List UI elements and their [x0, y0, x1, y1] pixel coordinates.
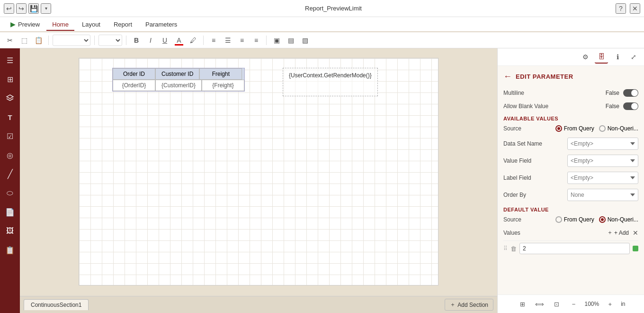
text-widget[interactable]: {UserContext.GetRenderMode()} — [283, 68, 378, 96]
table-header-freight: Freight — [199, 68, 242, 80]
format-button-2[interactable]: ▤ — [285, 34, 297, 46]
order-by-select[interactable]: None — [567, 189, 638, 201]
value-field-select[interactable]: <Empty> — [567, 155, 638, 167]
non-query-radio-default[interactable] — [599, 216, 606, 223]
non-query-radio-available[interactable] — [599, 125, 606, 132]
format-button-3[interactable]: ▧ — [299, 34, 311, 46]
allow-blank-toggle[interactable] — [623, 102, 638, 110]
multiline-label: Multiline — [503, 90, 524, 96]
save-dropdown-button[interactable]: ▾ — [41, 3, 51, 14]
font-color-button[interactable]: A — [173, 34, 185, 46]
data-panel-icon[interactable]: 🗄 — [595, 50, 608, 64]
help-button[interactable]: ? — [616, 3, 626, 14]
menu-item-layout[interactable]: Layout — [76, 19, 106, 31]
plus-icon: ＋ — [450, 301, 456, 309]
sidebar-doc-icon[interactable]: 📄 — [2, 204, 18, 220]
align-right-button[interactable]: ≡ — [236, 34, 248, 46]
multiline-value: False — [606, 90, 619, 96]
menu-item-parameters[interactable]: Parameters — [140, 19, 183, 31]
preview-button[interactable]: ▶ Preview — [6, 19, 45, 29]
from-query-option-available[interactable]: From Query — [555, 125, 594, 132]
section-tab-continuous1[interactable]: ContinuousSection1 — [24, 299, 89, 310]
justify-button[interactable]: ≡ — [250, 34, 262, 46]
dataset-name-select[interactable]: <Empty> — [567, 138, 638, 150]
menu-item-home[interactable]: Home — [46, 19, 74, 31]
preview-label: Preview — [18, 21, 40, 28]
sidebar-check-icon[interactable]: ☑ — [2, 128, 18, 144]
data-table[interactable]: Order ID Customer ID Freight {OrderID} {… — [112, 68, 245, 92]
from-query-radio-default[interactable] — [555, 216, 562, 223]
add-label: + Add — [614, 230, 629, 236]
sidebar-shape-icon[interactable]: ⬭ — [2, 185, 18, 201]
close-values-button[interactable]: ✕ — [633, 229, 638, 237]
label-field-select[interactable]: <Empty> — [567, 172, 638, 184]
non-query-option-default[interactable]: Non-Queri... — [599, 216, 638, 223]
paste-button[interactable]: 📋 — [32, 34, 45, 46]
settings-panel-icon[interactable]: ⚙ — [579, 50, 592, 64]
save-button[interactable]: 💾 — [28, 3, 39, 14]
from-query-option-default[interactable]: From Query — [555, 216, 594, 223]
align-left-button[interactable]: ≡ — [207, 34, 220, 46]
highlight-button[interactable]: 🖊 — [187, 34, 199, 46]
font-family-select[interactable] — [53, 35, 90, 46]
panel-title: EDIT PARAMETER — [516, 73, 573, 80]
align-center-button[interactable]: ☰ — [222, 34, 234, 46]
size-tool-icon[interactable]: ⊡ — [550, 298, 563, 310]
dataset-name-label: Data Set Name — [503, 140, 542, 147]
font-size-select[interactable] — [98, 35, 122, 46]
underline-button[interactable]: U — [159, 34, 171, 46]
zoom-in-button[interactable]: + — [604, 298, 616, 310]
bold-button[interactable]: B — [130, 34, 143, 46]
drag-handle-icon[interactable]: ⠿ — [503, 245, 508, 252]
value-indicator — [633, 246, 638, 251]
value-item-1: ⠿ 🗑 — [503, 240, 638, 256]
canvas-bottom: ContinuousSection1 ＋ Add Section — [20, 296, 497, 313]
format-button-1[interactable]: ▣ — [270, 34, 283, 46]
grid-overlay — [79, 58, 438, 285]
label-field-label: Label Field — [503, 175, 531, 181]
sidebar-target-icon[interactable]: ◎ — [2, 147, 18, 163]
menu-item-report[interactable]: Report — [108, 19, 138, 31]
report-canvas[interactable]: Order ID Customer ID Freight {OrderID} {… — [79, 58, 438, 285]
non-query-option-available[interactable]: Non-Queri... — [599, 125, 638, 132]
redo-button[interactable]: ↪ — [16, 3, 27, 14]
sidebar-text-icon[interactable]: T — [2, 109, 18, 125]
canvas-content[interactable]: Order ID Customer ID Freight {OrderID} {… — [20, 48, 497, 296]
sidebar-menu-icon[interactable]: ☰ — [2, 52, 18, 68]
multiline-toggle[interactable] — [623, 89, 638, 97]
sidebar-org-icon[interactable]: ⊞ — [2, 71, 18, 87]
info-panel-icon[interactable]: ℹ — [611, 50, 624, 64]
title-bar-left: ↩ ↪ 💾 ▾ — [4, 3, 51, 14]
zoom-out-button[interactable]: − — [567, 298, 580, 310]
delete-value-button[interactable]: 🗑 — [510, 245, 517, 252]
default-source-row: Source From Query Non-Queri... — [503, 216, 638, 223]
panel-bottom-toolbar: ⊞ ⟺ ⊡ − 100% + in — [498, 295, 644, 313]
italic-button[interactable]: I — [144, 34, 157, 46]
table-header-customerid: Customer ID — [155, 68, 199, 80]
align-tool-icon[interactable]: ⟺ — [533, 298, 546, 310]
sidebar-page-icon[interactable]: 📋 — [2, 242, 18, 258]
add-value-button[interactable]: ＋ + Add — [607, 229, 629, 237]
sidebar-layers-icon[interactable] — [2, 90, 18, 106]
toolbar: ✂ ⬚ 📋 B I U A 🖊 ≡ ☰ ≡ ≡ ▣ ▤ ▧ — [0, 32, 644, 48]
back-button[interactable]: ← — [503, 72, 512, 82]
sidebar-image-icon[interactable]: 🖼 — [2, 223, 18, 239]
add-section-button[interactable]: ＋ Add Section — [445, 299, 493, 311]
main-area: ☰ ⊞ T ☑ ◎ ╱ ⬭ 📄 🖼 📋 Order ID — [0, 48, 644, 313]
copy-button[interactable]: ⬚ — [18, 34, 30, 46]
cut-button[interactable]: ✂ — [4, 34, 16, 46]
values-label: Values — [503, 230, 520, 236]
close-button[interactable]: ✕ — [630, 3, 640, 14]
value-input-1[interactable] — [519, 243, 630, 254]
grid-tool-icon[interactable]: ⊞ — [516, 298, 528, 310]
menu-bar: ▶ Preview Home Layout Report Parameters — [0, 17, 644, 32]
label-field-row: Label Field <Empty> — [503, 172, 638, 184]
expand-panel-icon[interactable]: ⤢ — [627, 50, 640, 64]
values-row: Values ＋ + Add ✕ — [503, 229, 638, 237]
from-query-radio-available[interactable] — [555, 125, 562, 132]
svg-marker-0 — [7, 95, 13, 99]
undo-button[interactable]: ↩ — [4, 3, 14, 14]
multiline-row: Multiline False — [503, 89, 638, 97]
sidebar-line-icon[interactable]: ╱ — [2, 166, 18, 182]
allow-blank-label: Allow Blank Value — [503, 103, 548, 110]
